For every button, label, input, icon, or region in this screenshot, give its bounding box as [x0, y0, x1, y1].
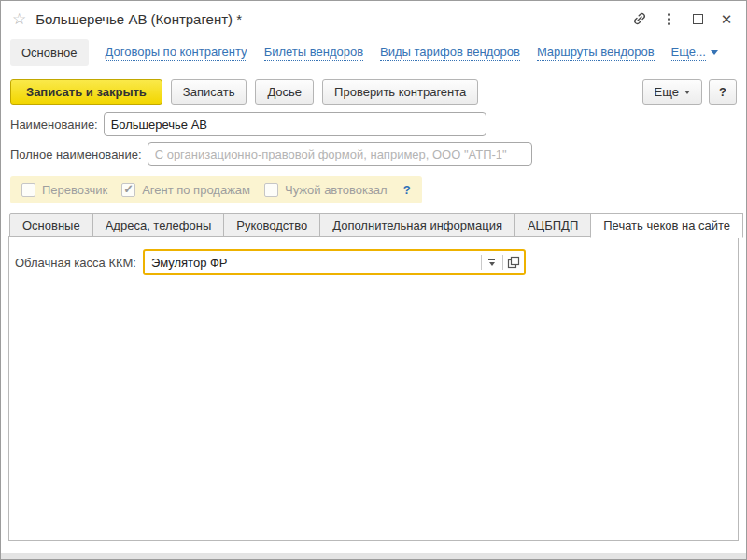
- nav-more-label: Еще...: [671, 45, 706, 61]
- get-link-icon[interactable]: [629, 8, 650, 29]
- tab-management[interactable]: Руководство: [223, 213, 320, 237]
- dossier-button[interactable]: Досье: [255, 79, 314, 105]
- nav-bar: Основное Договоры по контрагенту Билеты …: [1, 36, 746, 74]
- save-and-close-button[interactable]: Записать и закрыть: [10, 79, 162, 105]
- toolbar-more-button[interactable]: Еще: [642, 79, 702, 105]
- chevron-down-icon: [489, 262, 495, 266]
- full-name-field-label: Полное наименование:: [10, 147, 142, 161]
- flags-strip: Перевозчик Агент по продажам Чужой автов…: [10, 176, 422, 203]
- sales-agent-checkbox-label: Агент по продажам: [142, 183, 250, 197]
- help-button[interactable]: ?: [709, 79, 737, 105]
- tab-general[interactable]: Основные: [9, 213, 93, 237]
- more-menu-kebab-icon[interactable]: [658, 8, 679, 29]
- kkm-field-label: Облачная касса ККМ:: [15, 256, 136, 270]
- flags-help-link[interactable]: ?: [403, 183, 411, 197]
- form-area: Наименование: Полное наименование: Перев…: [1, 108, 746, 203]
- name-field-label: Наименование:: [10, 118, 98, 132]
- carrier-checkbox[interactable]: Перевозчик: [21, 183, 107, 197]
- kkm-combobox-value[interactable]: Эмулятор ФР: [145, 256, 481, 270]
- maximize-icon[interactable]: [687, 8, 708, 29]
- check-counterparty-button[interactable]: Проверить контрагента: [322, 79, 478, 105]
- nav-tab-main[interactable]: Основное: [10, 39, 89, 66]
- chevron-down-icon: [711, 50, 718, 55]
- nav-more-button[interactable]: Еще...: [671, 45, 718, 61]
- tab-acbpdp[interactable]: АЦБПДП: [514, 213, 591, 237]
- tab-panel-receipt-printing: Облачная касса ККМ: Эмулятор ФР: [8, 236, 739, 541]
- checkbox-icon[interactable]: [21, 183, 35, 197]
- close-icon[interactable]: ✕: [716, 8, 737, 29]
- nav-link-vendor-tickets[interactable]: Билеты вендоров: [264, 45, 363, 61]
- kkm-open-button[interactable]: [503, 251, 524, 273]
- nav-link-vendor-tariff-types[interactable]: Виды тарифов вендоров: [380, 45, 520, 61]
- tab-addresses-phones[interactable]: Адреса, телефоны: [92, 213, 225, 237]
- toolbar-more-label: Еще: [655, 85, 679, 99]
- kkm-field-row: Облачная касса ККМ: Эмулятор ФР: [15, 249, 732, 275]
- title-bar: ☆ Большеречье АВ (Контрагент) * ✕: [1, 1, 746, 36]
- favorite-star-icon[interactable]: ☆: [12, 11, 26, 27]
- toolbar: Записать и закрыть Записать Досье Провер…: [1, 74, 746, 108]
- toolbar-right-group: Еще ?: [642, 79, 737, 105]
- tab-strip: Основные Адреса, телефоны Руководство До…: [1, 203, 746, 237]
- open-in-new-icon: [507, 256, 520, 269]
- titlebar-icons: ✕: [629, 8, 737, 29]
- foreign-bus-station-checkbox-label: Чужой автовокзал: [285, 183, 388, 197]
- tab-receipt-printing-active[interactable]: Печать чеков на сайте: [590, 213, 743, 238]
- kkm-combobox[interactable]: Эмулятор ФР: [143, 249, 526, 275]
- counterparty-form-window: ☆ Большеречье АВ (Контрагент) * ✕ Основн…: [0, 0, 747, 560]
- save-button[interactable]: Записать: [171, 79, 247, 105]
- foreign-bus-station-checkbox[interactable]: Чужой автовокзал: [264, 183, 388, 197]
- carrier-checkbox-label: Перевозчик: [42, 183, 107, 197]
- name-input[interactable]: [104, 112, 486, 136]
- nav-link-contracts[interactable]: Договоры по контрагенту: [106, 45, 247, 61]
- window-title: Большеречье АВ (Контрагент) *: [35, 11, 242, 27]
- dropdown-icon: [488, 259, 495, 260]
- name-field-row: Наименование:: [10, 112, 737, 136]
- nav-link-vendor-routes[interactable]: Маршруты вендоров: [537, 45, 655, 61]
- checkbox-icon[interactable]: [264, 183, 278, 197]
- window-bottom-strip: [1, 553, 746, 559]
- tab-additional-info[interactable]: Дополнительная информация: [319, 213, 515, 237]
- full-name-input[interactable]: [148, 142, 532, 166]
- chevron-down-icon: [684, 91, 690, 94]
- sales-agent-checkbox[interactable]: Агент по продажам: [121, 183, 250, 197]
- kkm-dropdown-button[interactable]: [482, 251, 502, 273]
- full-name-field-row: Полное наименование:: [10, 142, 737, 166]
- checkbox-checked-icon[interactable]: [121, 183, 135, 197]
